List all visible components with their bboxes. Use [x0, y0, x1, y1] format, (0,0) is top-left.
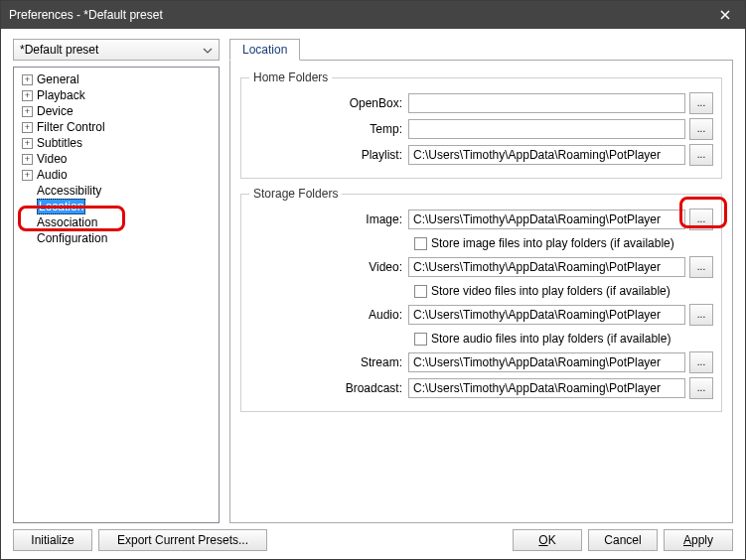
tab-panel: Home Folders OpenBox: ... Temp: ...	[229, 60, 733, 523]
video-browse-button[interactable]: ...	[689, 256, 713, 278]
tree-item-filter-control[interactable]: +Filter Control	[16, 119, 217, 135]
main-row: *Default preset +General +Playback +Devi…	[13, 39, 733, 523]
audio-label: Audio:	[249, 308, 408, 322]
left-column: *Default preset +General +Playback +Devi…	[13, 39, 220, 523]
tree-item-video[interactable]: +Video	[16, 151, 217, 167]
image-input[interactable]: C:\Users\Timothy\AppData\Roaming\PotPlay…	[408, 210, 685, 229]
tree-label: Association	[37, 215, 97, 229]
row-stream: Stream: C:\Users\Timothy\AppData\Roaming…	[249, 351, 713, 373]
storage-folders-legend: Storage Folders	[249, 187, 342, 201]
tree-label: Audio	[37, 168, 68, 182]
chevron-down-icon	[203, 43, 213, 57]
temp-label: Temp:	[249, 122, 408, 136]
tree-label: Filter Control	[37, 120, 105, 134]
right-column: Location Home Folders OpenBox: ... Temp:	[229, 39, 733, 523]
playlist-browse-button[interactable]: ...	[689, 144, 713, 166]
tree-item-device[interactable]: +Device	[16, 103, 217, 119]
tree-label: Device	[37, 104, 74, 118]
tree-item-playback[interactable]: +Playback	[16, 87, 217, 103]
plus-icon[interactable]: +	[22, 154, 33, 165]
plus-icon[interactable]: +	[22, 170, 33, 181]
cancel-button[interactable]: Cancel	[588, 529, 658, 551]
tree-item-association[interactable]: Association	[16, 214, 217, 230]
titlebar: Preferences - *Default preset	[1, 1, 745, 29]
bottom-bar: Initialize Export Current Presets... OK …	[13, 523, 733, 551]
content-area: *Default preset +General +Playback +Devi…	[1, 29, 745, 559]
tree-label: Accessibility	[37, 184, 101, 198]
preferences-window: Preferences - *Default preset *Default p…	[0, 0, 746, 560]
preset-value: *Default preset	[20, 43, 98, 57]
home-folders-legend: Home Folders	[249, 70, 332, 84]
image-browse-button[interactable]: ...	[689, 209, 713, 230]
stream-label: Stream:	[249, 355, 408, 369]
apply-button[interactable]: Apply	[664, 529, 733, 551]
plus-icon[interactable]: +	[22, 90, 33, 101]
tree-label: Subtitles	[37, 136, 82, 150]
openbox-input[interactable]	[408, 93, 685, 113]
home-folders-group: Home Folders OpenBox: ... Temp: ...	[240, 70, 722, 179]
initialize-button[interactable]: Initialize	[13, 529, 92, 551]
video-check-label: Store video files into play folders (if …	[431, 284, 671, 298]
tree-item-subtitles[interactable]: +Subtitles	[16, 135, 217, 151]
stream-browse-button[interactable]: ...	[689, 351, 713, 373]
stream-input[interactable]: C:\Users\Timothy\AppData\Roaming\PotPlay…	[408, 352, 685, 372]
plus-icon[interactable]: +	[22, 138, 33, 149]
tree-item-audio[interactable]: +Audio	[16, 167, 217, 183]
openbox-browse-button[interactable]: ...	[689, 92, 713, 114]
temp-input[interactable]	[408, 119, 685, 139]
row-image: Image: C:\Users\Timothy\AppData\Roaming\…	[249, 209, 713, 230]
video-checkbox[interactable]	[414, 285, 427, 298]
image-check-label: Store image files into play folders (if …	[431, 236, 674, 250]
row-broadcast: Broadcast: C:\Users\Timothy\AppData\Roam…	[249, 377, 713, 399]
broadcast-label: Broadcast:	[249, 381, 408, 395]
image-checkbox[interactable]	[414, 237, 427, 250]
window-title: Preferences - *Default preset	[9, 8, 711, 22]
tree-item-configuration[interactable]: Configuration	[16, 230, 217, 246]
category-tree[interactable]: +General +Playback +Device +Filter Contr…	[13, 67, 220, 523]
row-openbox: OpenBox: ...	[249, 92, 713, 114]
tabs: Location	[229, 39, 733, 61]
openbox-label: OpenBox:	[249, 96, 408, 110]
plus-icon[interactable]: +	[22, 122, 33, 133]
audio-check-label: Store audio files into play folders (if …	[431, 332, 671, 346]
plus-icon[interactable]: +	[22, 74, 33, 85]
tree-label: Configuration	[37, 231, 107, 245]
row-temp: Temp: ...	[249, 118, 713, 140]
audio-check-row[interactable]: Store audio files into play folders (if …	[414, 330, 713, 348]
broadcast-input[interactable]: C:\Users\Timothy\AppData\Roaming\PotPlay…	[408, 378, 685, 398]
close-icon	[720, 10, 730, 20]
image-check-row[interactable]: Store image files into play folders (if …	[414, 234, 713, 252]
audio-browse-button[interactable]: ...	[689, 304, 713, 326]
export-presets-button[interactable]: Export Current Presets...	[98, 529, 267, 551]
preset-select[interactable]: *Default preset	[13, 39, 220, 61]
tree-label: Location	[37, 199, 85, 214]
tree-label: Video	[37, 152, 67, 166]
video-input[interactable]: C:\Users\Timothy\AppData\Roaming\PotPlay…	[408, 257, 685, 277]
temp-browse-button[interactable]: ...	[689, 118, 713, 140]
audio-checkbox[interactable]	[414, 333, 427, 346]
close-button[interactable]	[711, 4, 739, 26]
playlist-input[interactable]: C:\Users\Timothy\AppData\Roaming\PotPlay…	[408, 145, 685, 165]
audio-input[interactable]: C:\Users\Timothy\AppData\Roaming\PotPlay…	[408, 305, 685, 325]
row-video: Video: C:\Users\Timothy\AppData\Roaming\…	[249, 256, 713, 278]
tree-item-accessibility[interactable]: Accessibility	[16, 183, 217, 199]
tree-label: Playback	[37, 88, 85, 102]
tree-item-location[interactable]: Location	[16, 199, 217, 214]
video-label: Video:	[249, 260, 408, 274]
broadcast-browse-button[interactable]: ...	[689, 377, 713, 399]
playlist-label: Playlist:	[249, 148, 408, 162]
video-check-row[interactable]: Store video files into play folders (if …	[414, 282, 713, 300]
plus-icon[interactable]: +	[22, 106, 33, 117]
tab-location[interactable]: Location	[229, 39, 300, 61]
row-playlist: Playlist: C:\Users\Timothy\AppData\Roami…	[249, 144, 713, 166]
storage-folders-group: Storage Folders Image: C:\Users\Timothy\…	[240, 187, 722, 412]
row-audio: Audio: C:\Users\Timothy\AppData\Roaming\…	[249, 304, 713, 326]
tree-item-general[interactable]: +General	[16, 71, 217, 87]
image-label: Image:	[249, 212, 408, 226]
tree-label: General	[37, 72, 79, 86]
ok-button[interactable]: OK	[513, 529, 582, 551]
